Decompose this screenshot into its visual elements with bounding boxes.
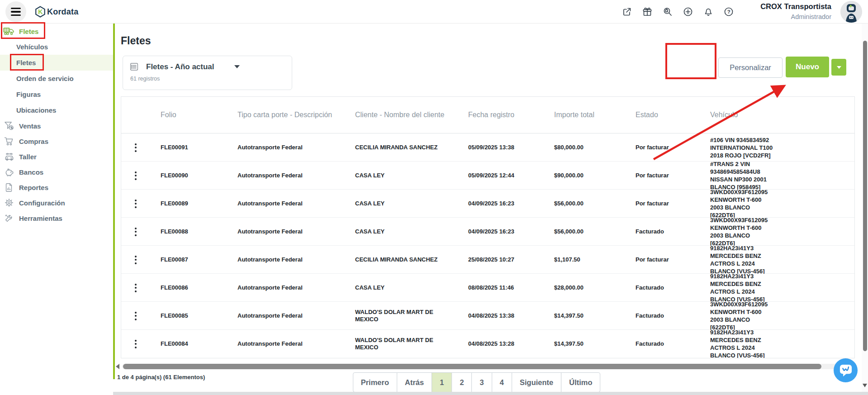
sidebar-item-compras[interactable]: Compras: [0, 133, 113, 149]
add-icon[interactable]: [683, 6, 693, 17]
sidebar-item-ventas[interactable]: Ventas: [0, 118, 113, 133]
pagination-button-2[interactable]: 2: [451, 372, 472, 392]
search-icon[interactable]: [662, 6, 673, 17]
report-icon: [3, 183, 15, 192]
row-fecha-registro: 05/09/2025 13:38: [457, 144, 543, 151]
row-tipo-carta-porte: Autotransporte Federal: [227, 200, 344, 207]
kordata-logo[interactable]: K Kordata: [34, 6, 78, 18]
sidebar-item-herramientas[interactable]: Herramientas: [0, 210, 113, 226]
table-body: FLE00091 Autotransporte Federal CECILIA …: [121, 133, 854, 358]
row-folio: FLE00088: [150, 228, 227, 235]
chat-widget-button[interactable]: [834, 358, 858, 382]
nuevo-dropdown-button[interactable]: [831, 59, 846, 76]
column-header-tipo[interactable]: Tipo carta porte - Descripción: [227, 109, 344, 120]
sidebar-item-fletes-root[interactable]: Fletes: [0, 24, 113, 39]
page-vertical-scrollbar: [862, 24, 868, 395]
row-importe-total: $90,000.00: [543, 172, 625, 179]
row-fecha-registro: 08/08/2025 11:46: [457, 284, 543, 291]
nuevo-button[interactable]: Nuevo: [786, 57, 829, 77]
row-importe-total: $14,397.50: [543, 340, 625, 347]
column-header-vehiculo[interactable]: Vehículo: [699, 109, 854, 120]
row-actions-kebab-icon[interactable]: [121, 143, 150, 152]
row-actions-kebab-icon[interactable]: [121, 340, 150, 348]
sidebar-item-configuracion[interactable]: Configuración: [0, 195, 113, 210]
hamburger-menu-button[interactable]: [5, 1, 26, 22]
row-vehiculo: 3WKD00X93F612095KENWORTH T-6002003 BLANC…: [699, 190, 854, 218]
row-estado: Facturado: [625, 340, 699, 347]
pagination-button-primero[interactable]: Primero: [353, 372, 397, 392]
row-actions-kebab-icon[interactable]: [121, 228, 150, 236]
column-header-folio[interactable]: Folio: [150, 109, 227, 120]
svg-text:K: K: [38, 8, 43, 15]
gift-icon[interactable]: [642, 6, 653, 17]
pagination-button-siguiente[interactable]: Siguiente: [512, 372, 561, 392]
table-row[interactable]: FLE00087 Autotransporte Federal CECILIA …: [121, 246, 854, 274]
chat-bubble-icon: [837, 362, 854, 379]
row-cliente: CECILIA MIRANDA SANCHEZ: [344, 256, 457, 263]
row-folio: FLE00084: [150, 340, 227, 347]
row-importe-total: $14,397.50: [543, 312, 625, 319]
vertical-scrollbar-thumb[interactable]: [863, 41, 867, 351]
table-row[interactable]: FLE00090 Autotransporte Federal CASA LEY…: [121, 162, 854, 190]
sidebar-item-fletes[interactable]: Fletes: [0, 55, 113, 71]
row-actions-kebab-icon[interactable]: [121, 256, 150, 264]
table-row[interactable]: FLE00085 Autotransporte Federal WALDO'S …: [121, 302, 854, 330]
open-window-icon[interactable]: [621, 6, 632, 17]
column-header-fecha[interactable]: Fecha registro: [457, 109, 543, 120]
table-row[interactable]: FLE00088 Autotransporte Federal CASA LEY…: [121, 218, 854, 246]
row-fecha-registro: 04/08/2025 13:38: [457, 312, 543, 319]
column-header-estado[interactable]: Estado: [625, 109, 699, 120]
row-vehiculo: #TRANS 2 VIN9348694585484U8NISSAN NP300 …: [699, 162, 854, 190]
row-actions-kebab-icon[interactable]: [121, 312, 150, 320]
view-selector-label: Fletes - Año actual: [146, 62, 214, 71]
scroll-down-arrow-icon[interactable]: [863, 384, 867, 387]
pagination-button-1[interactable]: 1: [432, 372, 452, 392]
table-row[interactable]: FLE00091 Autotransporte Federal CECILIA …: [121, 133, 854, 162]
sidebar-accent-rail: [113, 24, 115, 379]
sidebar-item-ubicaciones[interactable]: Ubicaciones: [0, 102, 113, 118]
row-fecha-registro: 05/09/2025 12:44: [457, 172, 543, 179]
sidebar-item-label: Fletes: [19, 28, 38, 35]
column-header-cliente[interactable]: Cliente - Nombre del cliente: [344, 109, 457, 120]
pagination-button-3[interactable]: 3: [472, 372, 492, 392]
tools-icon: [3, 213, 15, 223]
row-actions-kebab-icon[interactable]: [121, 171, 150, 180]
sidebar-item-reportes[interactable]: Reportes: [0, 180, 113, 195]
pagination-summary: 1 de 4 página(s) (61 Elementos): [117, 374, 205, 381]
sidebar-item-bancos[interactable]: Bancos: [0, 164, 113, 180]
sidebar-item-taller[interactable]: Taller: [0, 149, 113, 164]
chevron-down-icon: [837, 66, 841, 69]
row-tipo-carta-porte: Autotransporte Federal: [227, 172, 344, 179]
view-selector[interactable]: Fletes - Año actual 61 registros: [123, 56, 292, 90]
table-header-row: Folio Tipo carta porte - Descripción Cli…: [121, 97, 854, 133]
row-folio: FLE00091: [150, 144, 227, 151]
topbar-icons: ?: [621, 6, 734, 17]
row-folio: FLE00085: [150, 312, 227, 319]
sidebar-item-vehiculos[interactable]: Vehículos: [0, 39, 113, 55]
row-tipo-carta-porte: Autotransporte Federal: [227, 144, 344, 151]
cart-icon: [3, 137, 15, 146]
notifications-bell-icon[interactable]: [703, 6, 714, 17]
table-row[interactable]: FLE00086 Autotransporte Federal CASA LEY…: [121, 274, 854, 302]
table-row[interactable]: FLE00084 Autotransporte Federal WALDO'S …: [121, 330, 854, 358]
scroll-left-arrow-icon[interactable]: [116, 364, 119, 369]
pagination-button-atrás[interactable]: Atrás: [397, 372, 432, 392]
sidebar-item-figuras[interactable]: Figuras: [0, 86, 113, 102]
row-cliente: CASA LEY: [344, 228, 457, 235]
row-estado: Por facturar: [625, 172, 699, 179]
row-actions-kebab-icon[interactable]: [121, 200, 150, 208]
column-header-importe[interactable]: Importe total: [543, 109, 625, 120]
row-fecha-registro: 25/08/2025 10:27: [457, 256, 543, 263]
table-row[interactable]: FLE00089 Autotransporte Federal CASA LEY…: [121, 190, 854, 218]
pagination-button-4[interactable]: 4: [492, 372, 512, 392]
pagination-button-último[interactable]: Último: [561, 372, 600, 392]
horizontal-scrollbar-thumb[interactable]: [123, 364, 821, 369]
row-fecha-registro: 04/08/2025 13:28: [457, 340, 543, 347]
user-menu[interactable]: CROX Transportista Administrador: [724, 2, 831, 20]
sidebar-item-orden-de-servicio[interactable]: Orden de servicio: [0, 71, 113, 86]
personalizar-button[interactable]: Personalizar: [718, 57, 783, 78]
user-avatar[interactable]: [840, 1, 862, 23]
row-actions-kebab-icon[interactable]: [121, 284, 150, 292]
row-folio: FLE00089: [150, 200, 227, 207]
row-fecha-registro: 04/09/2025 16:23: [457, 228, 543, 235]
